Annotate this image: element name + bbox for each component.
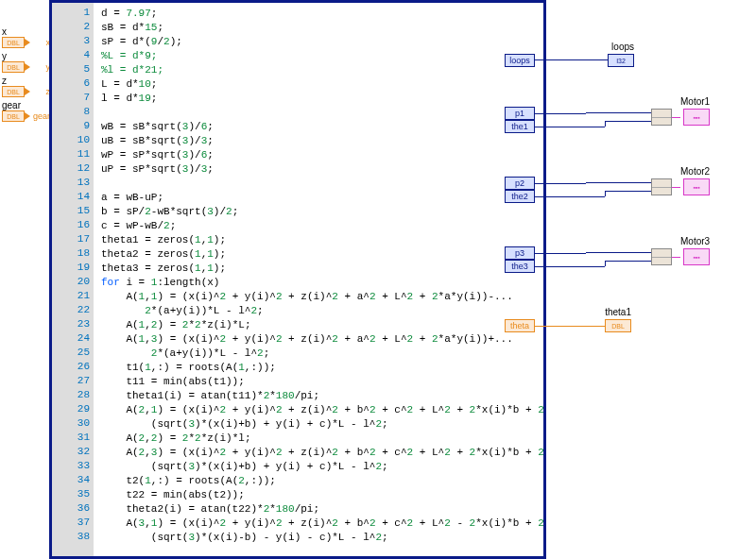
line-number: 25 (77, 347, 90, 358)
line-number: 8 (83, 106, 90, 117)
line-number: 11 (77, 148, 90, 160)
code-line: (sqrt(3)*(x(i)+b) + y(i) + c)*L - l^2; (101, 417, 536, 432)
tunnel-the2[interactable]: the2 (505, 190, 535, 203)
line-number: 13 (77, 177, 90, 188)
tunnel-the1[interactable]: the1 (505, 120, 535, 133)
code-line: L = d*10; (101, 77, 536, 92)
line-number: 18 (77, 247, 90, 259)
code-line: %l = d*21; (101, 63, 536, 77)
output-label: Motor1 (680, 96, 710, 107)
bundle-node-2[interactable] (651, 178, 672, 195)
code-line: a = wB-uP; (101, 191, 536, 205)
tunnel-p1[interactable]: p1 (505, 107, 535, 120)
mathscript-node[interactable]: 1234567891011121314151617181920212223242… (49, 0, 546, 559)
line-number: 38 (77, 531, 90, 542)
input-terminal-gear[interactable]: gear DBLgear (2, 100, 25, 122)
wire (672, 257, 680, 258)
output-indicator-Motor3[interactable]: Motor3 ▪▪▪ (680, 236, 710, 265)
tunnel-p2[interactable]: p2 (505, 177, 535, 190)
input-terminal-z[interactable]: z DBLz (2, 76, 25, 97)
line-number: 10 (77, 134, 90, 145)
code-line: theta2(i) = atan(t22)*2*180/pi; (101, 502, 536, 517)
code-line: A(2,1) = (x(i)^2 + y(i)^2 + z(i)^2 + b^2… (101, 403, 536, 417)
code-line: t1(1,:) = roots(A(1,:)); (101, 361, 536, 375)
line-number: 32 (77, 446, 90, 457)
output-indicator-Motor1[interactable]: Motor1 ▪▪▪ (680, 96, 710, 126)
bundle-node-1[interactable] (651, 109, 672, 126)
code-line: 2*(a+y(i))*L - l^2; (101, 347, 536, 361)
wire (586, 252, 651, 253)
line-gutter: 1234567891011121314151617181920212223242… (52, 3, 94, 556)
tunnel-p3[interactable]: p3 (505, 246, 535, 260)
code-line: (sqrt(3)*(x(i)+b) + y(i) + c)*L - l^2; (101, 460, 536, 474)
output-label: Motor3 (680, 236, 710, 246)
input-terminal-x[interactable]: x DBLx (2, 26, 25, 48)
code-line: A(2,2) = 2*2*z(i)*l; (101, 432, 536, 446)
output-label: loops (611, 42, 634, 52)
wire (535, 253, 586, 254)
line-number: 34 (77, 474, 90, 485)
tunnel-the3[interactable]: the3 (505, 260, 535, 273)
code-line: theta1(i) = atan(t11)*2*180/pi; (101, 389, 536, 403)
indicator-terminal: ▪▪▪ (683, 109, 710, 126)
dbl-terminal: DBLx (2, 37, 25, 48)
code-line: l = d*19; (101, 92, 536, 106)
output-indicator-loops[interactable]: loops I32 (608, 42, 634, 67)
code-line: theta1 = zeros(1,1); (101, 233, 536, 247)
code-area[interactable]: d = 7.97;sB = d*15;sP = d*(9/2);%L = d*9… (94, 3, 543, 556)
input-label: gear (2, 100, 25, 110)
line-number: 12 (77, 162, 90, 174)
code-line: t11 = min(abs(t1)); (101, 375, 536, 389)
bundle-node-3[interactable] (651, 248, 672, 265)
wire (605, 121, 651, 122)
line-number: 27 (77, 375, 90, 386)
code-line: sB = d*15; (101, 21, 536, 35)
tunnel-theta[interactable]: theta (505, 319, 535, 332)
wire (535, 196, 605, 197)
line-number: 1 (83, 7, 90, 18)
wire (535, 183, 586, 184)
code-line: 2*(a+y(i))*L - l^2; (101, 304, 536, 318)
wire (535, 127, 605, 127)
output-label: Motor2 (680, 166, 710, 177)
tunnel-loops[interactable]: loops (505, 54, 535, 67)
line-number: 9 (83, 120, 90, 131)
code-line: A(2,3) = (x(i)^2 + y(i)^2 + z(i)^2 + b^2… (101, 446, 536, 460)
output-label: theta1 (605, 307, 631, 317)
code-line: wB = sB*sqrt(3)/6; (101, 120, 536, 134)
code-line (101, 106, 536, 120)
input-terminal-y[interactable]: y DBLy (2, 51, 25, 73)
line-number: 5 (83, 63, 90, 75)
line-number: 19 (77, 262, 90, 273)
line-number: 4 (83, 49, 90, 60)
code-line: d = 7.97; (101, 7, 536, 21)
code-line: A(1,3) = (x(i)^2 + y(i)^2 + z(i)^2 + a^2… (101, 332, 536, 347)
output-indicator-theta1[interactable]: theta1 DBL (605, 307, 631, 332)
line-number: 22 (77, 304, 90, 315)
input-label: z (2, 76, 25, 86)
wire (605, 191, 651, 192)
line-number: 30 (77, 417, 90, 429)
code-line: c = wP-wB/2; (101, 219, 536, 233)
output-indicator-Motor2[interactable]: Motor2 ▪▪▪ (680, 166, 710, 195)
line-number: 37 (77, 517, 90, 528)
dbl-terminal: DBLz (2, 86, 25, 97)
line-number: 20 (77, 276, 90, 287)
wire (535, 113, 586, 114)
line-number: 14 (77, 191, 90, 202)
code-line: b = sP/2-wB*sqrt(3)/2; (101, 205, 536, 219)
line-number: 29 (77, 403, 90, 415)
line-number: 28 (77, 389, 90, 400)
code-line: uP = sP*sqrt(3)/3; (101, 162, 536, 177)
line-number: 26 (77, 361, 90, 372)
code-line: sP = d*(9/2); (101, 35, 536, 49)
code-line: (sqrt(3)*(x(i)-b) - y(i) - c)*L - l^2; (101, 531, 536, 545)
line-number: 6 (83, 77, 90, 89)
input-label: y (2, 51, 25, 61)
wire (535, 326, 605, 327)
indicator-terminal: DBL (605, 319, 631, 332)
line-number: 7 (83, 92, 90, 103)
code-line: %L = d*9; (101, 49, 536, 63)
code-line: theta2 = zeros(1,1); (101, 247, 536, 262)
line-number: 3 (83, 35, 90, 46)
